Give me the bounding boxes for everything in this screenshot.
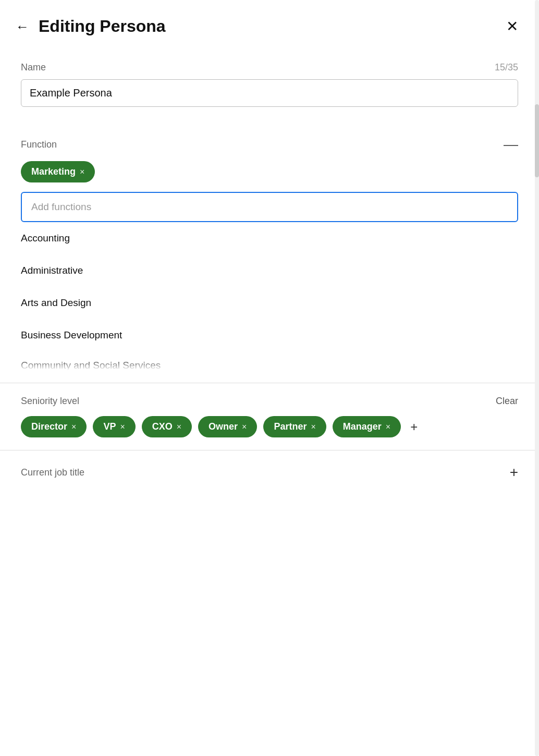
name-input[interactable] bbox=[21, 79, 518, 107]
seniority-label: Seniority level bbox=[21, 396, 79, 407]
dropdown-item-business-dev[interactable]: Business Development bbox=[21, 319, 518, 351]
scrollbar-thumb[interactable] bbox=[535, 104, 539, 177]
name-section: Name 15/35 bbox=[0, 46, 539, 123]
seniority-header: Seniority level Clear bbox=[21, 396, 518, 407]
dropdown-item-administrative[interactable]: Administrative bbox=[21, 254, 518, 287]
header: ← Editing Persona ✕ bbox=[0, 0, 539, 46]
seniority-tag-cxo-remove[interactable]: × bbox=[177, 422, 181, 432]
seniority-tag-vp-remove[interactable]: × bbox=[120, 422, 125, 432]
seniority-tag-partner-remove[interactable]: × bbox=[311, 422, 315, 432]
seniority-tag-vp-label: VP bbox=[103, 421, 116, 432]
dropdown-item-accounting[interactable]: Accounting bbox=[21, 222, 518, 254]
function-tag-marketing[interactable]: Marketing × bbox=[21, 161, 95, 182]
seniority-clear-button[interactable]: Clear bbox=[496, 396, 518, 407]
function-header: Function — bbox=[21, 137, 518, 152]
seniority-tag-partner-label: Partner bbox=[274, 421, 307, 432]
close-button[interactable]: ✕ bbox=[506, 19, 518, 34]
seniority-tag-vp[interactable]: VP × bbox=[93, 416, 135, 437]
seniority-tag-director-remove[interactable]: × bbox=[71, 422, 76, 432]
name-label: Name bbox=[21, 62, 46, 73]
seniority-add-button[interactable]: + bbox=[407, 418, 421, 436]
name-section-header: Name 15/35 bbox=[21, 62, 518, 73]
function-dropdown-list: Accounting Administrative Arts and Desig… bbox=[21, 222, 518, 370]
seniority-tag-owner[interactable]: Owner × bbox=[198, 416, 257, 437]
add-functions-input[interactable] bbox=[21, 192, 518, 222]
page-container: ← Editing Persona ✕ Name 15/35 Function … bbox=[0, 0, 539, 756]
seniority-tag-partner[interactable]: Partner × bbox=[263, 416, 326, 437]
header-left: ← Editing Persona bbox=[16, 17, 166, 36]
function-section: Function — Marketing × bbox=[0, 123, 539, 222]
dropdown-item-community-partial[interactable]: Community and Social Services bbox=[21, 351, 518, 370]
name-char-count: 15/35 bbox=[495, 62, 518, 73]
scrollbar-track bbox=[535, 0, 539, 756]
seniority-tag-cxo[interactable]: CXO × bbox=[142, 416, 192, 437]
seniority-tag-director-label: Director bbox=[31, 421, 67, 432]
seniority-tag-manager-remove[interactable]: × bbox=[386, 422, 390, 432]
job-title-add-button[interactable]: + bbox=[510, 465, 518, 480]
job-title-section: Current job title + bbox=[0, 450, 539, 494]
seniority-tag-owner-remove[interactable]: × bbox=[242, 422, 247, 432]
seniority-tag-owner-label: Owner bbox=[209, 421, 238, 432]
seniority-tag-cxo-label: CXO bbox=[152, 421, 173, 432]
job-title-label: Current job title bbox=[21, 467, 84, 478]
function-tag-marketing-label: Marketing bbox=[31, 166, 76, 177]
dropdown-item-community[interactable]: Community and Social Services bbox=[21, 351, 518, 370]
seniority-section: Seniority level Clear Director × VP × CX… bbox=[0, 383, 539, 450]
dropdown-item-arts-design[interactable]: Arts and Design bbox=[21, 287, 518, 319]
seniority-tag-manager[interactable]: Manager × bbox=[333, 416, 401, 437]
back-button[interactable]: ← bbox=[16, 20, 29, 33]
function-collapse-button[interactable]: — bbox=[504, 137, 518, 152]
seniority-tag-manager-label: Manager bbox=[343, 421, 382, 432]
function-tags-row: Marketing × bbox=[21, 161, 518, 182]
function-label: Function bbox=[21, 139, 57, 150]
seniority-tags-row: Director × VP × CXO × Owner × Partner × … bbox=[21, 416, 518, 437]
function-tag-marketing-remove[interactable]: × bbox=[80, 167, 84, 177]
seniority-tag-director[interactable]: Director × bbox=[21, 416, 87, 437]
page-title: Editing Persona bbox=[39, 17, 166, 36]
